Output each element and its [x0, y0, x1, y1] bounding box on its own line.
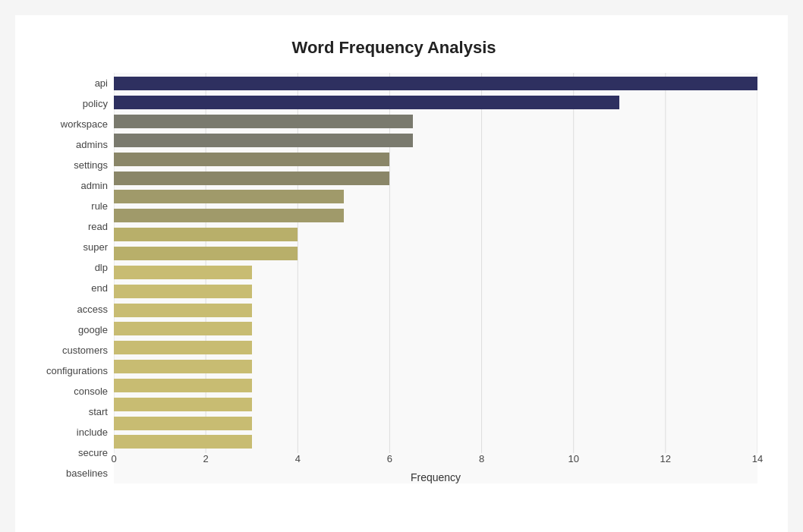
y-label: admins [76, 137, 108, 153]
y-label: start [89, 403, 108, 420]
bar [114, 398, 252, 411]
bar [114, 285, 252, 298]
bar-row [114, 207, 757, 224]
bar-row [114, 283, 757, 300]
bar [114, 190, 344, 203]
y-axis: apipolicyworkspaceadminssettingsadminrul… [30, 73, 114, 483]
bar-row [114, 75, 757, 92]
bar-row [114, 264, 757, 281]
x-tick-label: 4 [295, 453, 301, 464]
bar [114, 247, 298, 260]
bar [114, 435, 252, 449]
y-label: google [78, 321, 108, 338]
bar-row [114, 396, 757, 413]
bar-row [114, 132, 757, 149]
bar-row [114, 320, 757, 337]
x-tick-label: 0 [111, 453, 116, 464]
y-label: workspace [61, 116, 108, 133]
bar [114, 153, 389, 166]
chart-title: Word Frequency Analysis [30, 30, 757, 58]
bar-row [114, 170, 757, 187]
chart-container: Word Frequency Analysis apipolicyworkspa… [15, 15, 788, 532]
bar [114, 322, 252, 335]
bar-row [114, 94, 757, 111]
bar [114, 266, 252, 279]
y-label: console [74, 382, 108, 399]
bar [114, 209, 344, 222]
bar [114, 115, 413, 128]
bar [114, 304, 252, 317]
bar-row [114, 188, 757, 205]
y-label: end [91, 280, 108, 297]
plot-area: 02468101214 Frequency [114, 73, 757, 483]
bar [114, 360, 252, 373]
y-label: rule [91, 198, 108, 215]
x-axis-title: Frequency [114, 468, 757, 483]
bar-row [114, 245, 757, 262]
bar-row [114, 358, 757, 375]
y-label: baselines [66, 464, 108, 481]
bar-row [114, 339, 757, 356]
y-label: access [77, 301, 108, 317]
chart-area: apipolicyworkspaceadminssettingsadminrul… [30, 73, 757, 483]
bar-row [114, 226, 757, 243]
bar-row [114, 151, 757, 168]
y-label: secure [78, 444, 108, 461]
bar [114, 96, 619, 109]
y-label: settings [74, 157, 108, 174]
bar-row [114, 113, 757, 130]
y-label: include [77, 423, 108, 440]
bars-wrapper [114, 73, 757, 453]
bar [114, 172, 389, 185]
x-tick-label: 12 [660, 453, 671, 464]
x-tick-label: 14 [752, 453, 763, 464]
bar [114, 379, 252, 392]
x-tick-label: 6 [387, 453, 392, 464]
x-tick-label: 2 [203, 453, 209, 464]
bar [114, 417, 252, 430]
y-label: policy [83, 96, 108, 112]
bar-row [114, 302, 757, 319]
bar-row [114, 415, 757, 432]
bar [114, 228, 298, 241]
y-label: read [88, 219, 108, 235]
x-tick-label: 10 [568, 453, 578, 464]
bar [114, 134, 413, 147]
bar-row [114, 377, 757, 394]
y-label: admin [81, 178, 108, 194]
x-tick-label: 8 [479, 453, 484, 464]
y-label: configurations [46, 362, 108, 379]
bar [114, 341, 252, 354]
y-label: api [95, 75, 108, 92]
x-axis-container: 02468101214 Frequency [114, 453, 757, 483]
bar [114, 77, 757, 90]
y-label: dlp [95, 260, 108, 276]
y-label: customers [62, 342, 108, 358]
x-ticks-row: 02468101214 [114, 453, 757, 468]
bar-row [114, 433, 757, 450]
y-label: super [83, 239, 108, 256]
